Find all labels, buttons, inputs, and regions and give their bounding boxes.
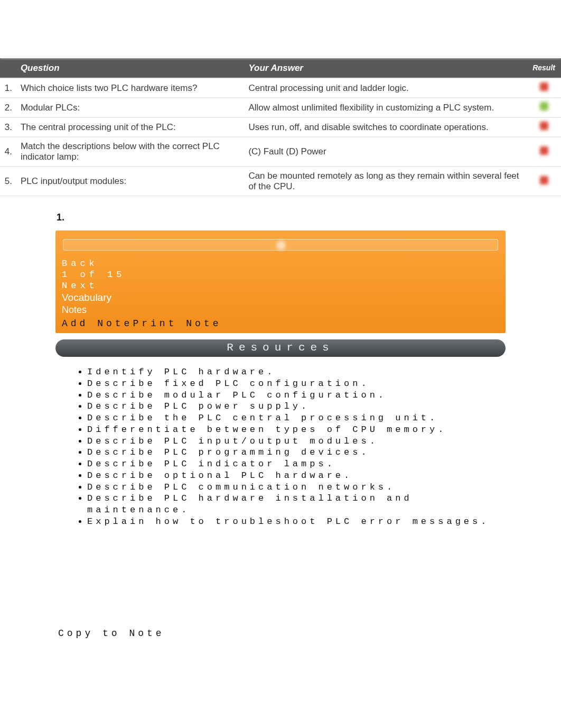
row-answer: Can be mounted remotely as long as they … <box>243 167 527 196</box>
list-item: Describe the PLC central processing unit… <box>87 412 506 424</box>
incorrect-icon <box>540 122 548 130</box>
row-question: The central processing unit of the PLC: <box>15 117 243 137</box>
row-question: Modular PLCs: <box>15 98 243 117</box>
table-row: 3.The central processing unit of the PLC… <box>0 117 561 137</box>
note-actions-row: Add NotePrint Note <box>61 316 500 330</box>
objectives-list: Identify PLC hardware.Describe fixed PLC… <box>55 366 506 528</box>
bottom-blur-region <box>0 639 561 713</box>
list-item: Differentiate between types of CPU memor… <box>87 424 506 436</box>
row-answer: Uses run, off, and disable switches to c… <box>243 117 527 137</box>
row-question: PLC input/output modules: <box>15 167 243 196</box>
add-note-button[interactable]: Add Note <box>62 318 133 329</box>
vocabulary-link[interactable]: Vocabulary <box>61 291 500 304</box>
row-result <box>527 117 561 137</box>
row-number: 2. <box>0 98 15 117</box>
row-result <box>527 137 561 167</box>
lesson-panel-wrap: 1. Back 1 of 15 Next Vocabulary Notes Ad… <box>0 196 561 338</box>
row-number: 3. <box>0 117 15 137</box>
objectives-section: Identify PLC hardware.Describe fixed PLC… <box>0 357 561 549</box>
col-question-header: Question <box>15 59 243 79</box>
list-item: Describe PLC communication networks. <box>87 482 506 493</box>
col-result-header: Result <box>527 59 561 79</box>
pager-label: 1 of 15 <box>61 269 500 280</box>
table-row: 2.Modular PLCs:Allow almost unlimited fl… <box>0 98 561 117</box>
list-item: Describe PLC programming devices. <box>87 447 506 458</box>
list-item: Identify PLC hardware. <box>87 366 506 378</box>
row-question: Which choice lists two PLC hardware item… <box>15 78 243 98</box>
row-result <box>527 78 561 98</box>
table-row: 5.PLC input/output modules:Can be mounte… <box>0 167 561 196</box>
item-number: 1. <box>57 212 506 223</box>
resources-header[interactable]: Resources <box>55 339 506 357</box>
correct-icon <box>540 102 548 110</box>
list-item: Describe PLC indicator lamps. <box>87 458 506 470</box>
incorrect-icon <box>540 146 548 155</box>
row-result <box>527 98 561 117</box>
table-row: 4.Match the descriptions below with the … <box>0 137 561 167</box>
row-number: 4. <box>0 137 15 167</box>
table-row: 1.Which choice lists two PLC hardware it… <box>0 78 561 98</box>
copy-to-note-button[interactable]: Copy to Note <box>0 549 561 639</box>
row-answer: Central processing unit and ladder logic… <box>243 78 527 98</box>
incorrect-icon <box>540 176 548 185</box>
progress-bar[interactable] <box>63 239 498 251</box>
list-item: Describe PLC power supply. <box>87 401 506 412</box>
col-num-header <box>0 59 15 79</box>
row-number: 5. <box>0 167 15 196</box>
results-table: Question Your Answer Result 1.Which choi… <box>0 58 561 196</box>
col-answer-header: Your Answer <box>243 59 527 79</box>
list-item: Describe optional PLC hardware. <box>87 470 506 482</box>
next-button[interactable]: Next <box>61 280 500 291</box>
lesson-nav-panel: Back 1 of 15 Next Vocabulary Notes Add N… <box>55 231 506 333</box>
notes-link[interactable]: Notes <box>61 304 500 316</box>
progress-handle-icon[interactable] <box>276 241 286 250</box>
row-result <box>527 167 561 196</box>
list-item: Describe PLC hardware installation and m… <box>87 493 506 516</box>
back-button[interactable]: Back <box>61 258 500 269</box>
results-table-body: 1.Which choice lists two PLC hardware it… <box>0 78 561 196</box>
list-item: Explain how to troubleshoot PLC error me… <box>87 516 506 528</box>
list-item: Describe PLC input/output modules. <box>87 436 506 447</box>
row-answer: (C) Fault (D) Power <box>243 137 527 167</box>
row-number: 1. <box>0 78 15 98</box>
list-item: Describe modular PLC configuration. <box>87 390 506 401</box>
top-blur-region <box>0 0 561 58</box>
list-item: Describe fixed PLC configuration. <box>87 378 506 390</box>
row-question: Match the descriptions below with the co… <box>15 137 243 167</box>
row-answer: Allow almost unlimited flexibility in cu… <box>243 98 527 117</box>
incorrect-icon <box>540 82 548 91</box>
print-note-button[interactable]: Print Note <box>133 318 221 329</box>
